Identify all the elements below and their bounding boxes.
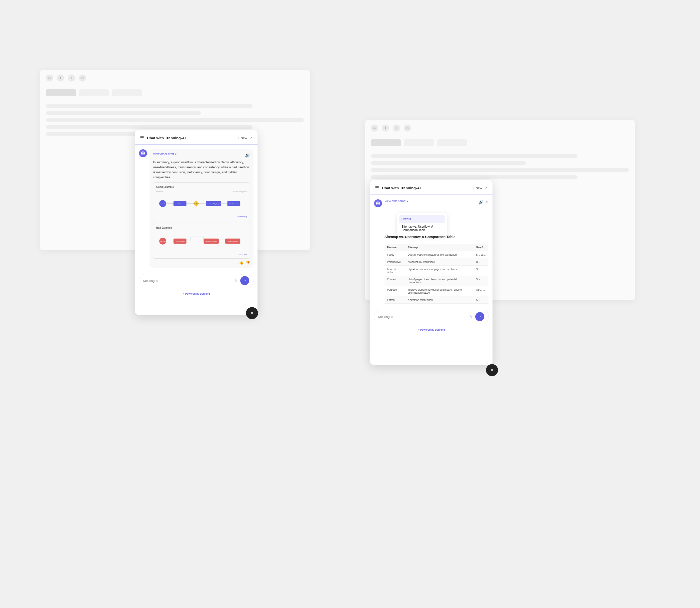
chat-body-right: View other draft ▴ 🔊 ↻ Draft 3 Sitemap v… — [370, 195, 492, 307]
chat-widget-right: ☰ Chat with Trenning-AI + New × View oth… — [370, 180, 492, 365]
draft-selector-label: View other draft — [153, 152, 174, 156]
mic-button-left[interactable]: 🎙 — [235, 279, 238, 283]
browser-icon-r2: ⬆ — [382, 125, 389, 132]
col-userflow: Userfl... — [473, 244, 488, 251]
caret-up-icon: ▴ — [407, 200, 408, 203]
diagram-label-system: System diagram — [232, 190, 247, 193]
chat-title-left: Chat with Trenning-AI — [147, 136, 237, 140]
svg-text:Yes/No: Yes/No — [194, 203, 198, 205]
close-fab-left[interactable]: × — [246, 307, 258, 319]
browser-tabs-left — [40, 86, 310, 96]
browser-icon-r3: + — [393, 125, 400, 132]
menu-icon[interactable]: ☰ — [140, 135, 144, 140]
cell-sitemap-4: Improve website navigation and search en… — [405, 286, 473, 297]
chat-input-right[interactable] — [378, 315, 468, 319]
browser-tab-3 — [112, 89, 142, 96]
sound-icon-left[interactable]: 🔊 — [245, 153, 250, 157]
col-feature: Feature — [385, 244, 405, 251]
content-line — [46, 118, 304, 122]
cell-userflow-4: Op... g... — [473, 286, 488, 297]
like-icon[interactable]: 👍 — [239, 261, 243, 265]
bad-flow-diagram: User action Confusing step Hidden comple… — [156, 231, 247, 251]
table-row: Perspective Architectural (technical) U.… — [385, 258, 488, 266]
chat-input-area-left: 🎙 → — [135, 271, 257, 290]
svg-text:User successfully logged in: User successfully logged in — [204, 203, 222, 205]
chat-header-left: ☰ Chat with Trenning-AI + New × — [135, 130, 257, 145]
cell-userflow-2: Sh... — [473, 266, 488, 276]
draft-item-inactive[interactable]: Sitemap vs. Userflow: A Comparison Table — [399, 223, 445, 234]
browser-tab-r2 — [404, 139, 434, 146]
browser-tab-r1 — [371, 139, 401, 146]
table-row: Level of detail High-level overview of p… — [385, 266, 488, 276]
powered-by-left: ✦ Powered by trenning — [135, 290, 257, 297]
send-button-right[interactable]: → — [475, 312, 484, 321]
close-button-right[interactable]: × — [485, 186, 487, 190]
chat-input-left[interactable] — [143, 279, 233, 283]
chat-text-left: In summary, a good userflow is character… — [153, 160, 250, 180]
draft-item-active[interactable]: Draft 3 — [399, 215, 445, 223]
cell-sitemap-0: Overall website structure and organizati… — [405, 251, 473, 258]
browser-toolbar-left: ⊙ ⬆ + ⧉ — [40, 70, 310, 86]
svg-text:Hidden complexity: Hidden complexity — [205, 241, 217, 242]
diagram-box-good: Good Example Feature System diagram User… — [153, 182, 250, 221]
comparison-table: Feature Sitemap Userfl... Focus Overall … — [385, 244, 488, 304]
browser-icon-1: ⊙ — [46, 75, 53, 81]
close-fab-right[interactable]: × — [486, 364, 498, 376]
close-button-left[interactable]: × — [250, 136, 253, 140]
cell-feature-4: Purpose — [385, 286, 405, 297]
new-chat-button-right[interactable]: + New — [472, 186, 482, 190]
sound-icon-right[interactable]: 🔊 — [479, 200, 484, 205]
chat-body-left: View other draft ▾ 🔊 In summary, a good … — [135, 145, 257, 271]
content-line — [371, 168, 629, 172]
cell-feature-2: Level of detail — [385, 266, 405, 276]
svg-text:Enable access: Enable access — [229, 203, 239, 205]
cell-userflow-5: A... — [473, 297, 488, 304]
new-chat-button-left[interactable]: + New — [237, 136, 247, 140]
browser-icon-r4: ⧉ — [404, 125, 411, 132]
chat-title-right: Chat with Trenning-AI — [382, 186, 472, 190]
plus-icon: + — [237, 136, 239, 140]
mic-button-right[interactable]: 🎙 — [470, 315, 473, 319]
send-button-left[interactable]: → — [240, 276, 249, 285]
diagram-title-good: Good Example — [156, 186, 247, 188]
browser-tabs-right — [365, 136, 635, 146]
table-row: Focus Overall website structure and orga… — [385, 251, 488, 258]
cell-userflow-0: S... co... — [473, 251, 488, 258]
chat-header-right: ☰ Chat with Trenning-AI + New × — [370, 180, 492, 195]
browser-icon-3: + — [68, 75, 75, 81]
draft-selector-right[interactable]: View other draft ▴ — [385, 200, 408, 203]
svg-text:User action: User action — [159, 203, 167, 205]
browser-tab-r3 — [437, 139, 467, 146]
content-line — [46, 111, 201, 115]
draft-selector-left[interactable]: View other draft ▾ — [153, 152, 176, 156]
good-flow-diagram: User action Step Yes/No User successfull… — [156, 194, 247, 214]
chat-widget-left: ☰ Chat with Trenning-AI + New × View oth… — [135, 130, 257, 315]
cell-userflow-3: Sm... po... — [473, 276, 488, 286]
chat-input-row-left: 🎙 → — [139, 274, 253, 287]
browser-toolbar-right: ⊙ ⬆ + ⧉ — [365, 120, 635, 136]
chat-bubble-left: View other draft ▾ 🔊 In summary, a good … — [150, 149, 253, 268]
diagram-title-bad: Bad Example — [156, 226, 247, 229]
avatar-left — [139, 149, 147, 157]
content-line — [46, 125, 253, 129]
cell-sitemap-2: High-level overview of pages and section… — [405, 266, 473, 276]
content-line — [371, 161, 526, 165]
menu-icon-right[interactable]: ☰ — [375, 185, 379, 191]
col-sitemap: Sitemap — [405, 244, 473, 251]
svg-text:Step: Step — [178, 203, 182, 205]
content-line — [371, 154, 578, 158]
browser-icon-r1: ⊙ — [371, 125, 378, 132]
plus-icon-right: + — [472, 186, 474, 190]
watermark-bad: ✦ trenning — [156, 253, 247, 255]
caret-down-icon: ▾ — [175, 152, 176, 156]
table-row: Content List of pages, their hierarchy, … — [385, 276, 488, 286]
cell-sitemap-5: A sitemap might show — [405, 297, 473, 304]
browser-icon-4: ⧉ — [79, 75, 86, 81]
refresh-icon-right[interactable]: ↻ — [486, 200, 488, 204]
diagram-label-feature: Feature — [156, 190, 163, 193]
cell-userflow-1: U... — [473, 258, 488, 266]
chat-message-right: View other draft ▴ 🔊 ↻ Draft 3 Sitemap v… — [374, 200, 488, 304]
dislike-icon[interactable]: 👎 — [246, 261, 250, 265]
cell-sitemap-3: List of pages, their hierarchy, and pote… — [405, 276, 473, 286]
new-label-left: New — [241, 136, 247, 140]
